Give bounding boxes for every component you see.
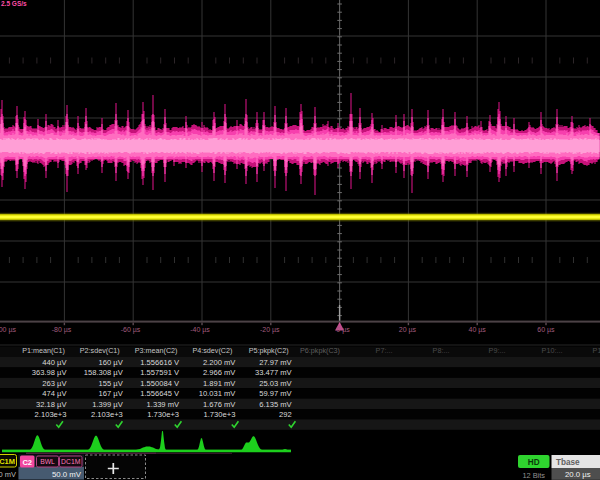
svg-text:Tbase: Tbase: [556, 458, 580, 467]
svg-text:12 Bits: 12 Bits: [522, 471, 545, 480]
svg-text:HD: HD: [528, 458, 540, 467]
svg-text:C2: C2: [22, 458, 32, 467]
svg-text:BWL: BWL: [40, 458, 55, 465]
svg-text:0 mV: 0 mV: [0, 470, 16, 479]
svg-text:50.0 mV: 50.0 mV: [52, 470, 82, 479]
svg-text:DC1M: DC1M: [0, 457, 15, 466]
svg-text:DC1M: DC1M: [61, 458, 81, 465]
svg-text:20.0 µs: 20.0 µs: [565, 470, 591, 479]
